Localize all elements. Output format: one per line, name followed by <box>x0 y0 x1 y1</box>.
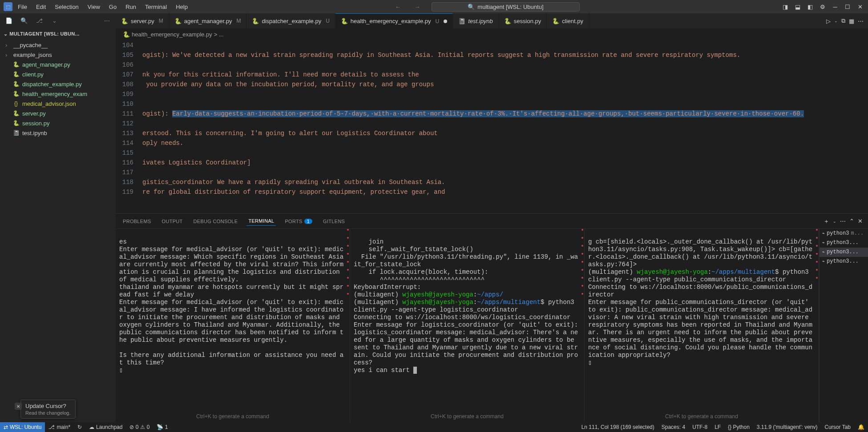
tree-folder[interactable]: ›example_jsons <box>0 50 116 60</box>
menu-view[interactable]: View <box>84 2 104 12</box>
window-maximize-icon[interactable]: ☐ <box>843 2 852 11</box>
tab-server[interactable]: 🐍server.pyM <box>116 13 169 28</box>
terminal-2[interactable]: join self._wait_for_tstate_lock() File "… <box>350 229 585 422</box>
tab-session[interactable]: 🐍session.py <box>499 13 547 28</box>
code-editor[interactable]: 104 105 106 107 108 109 110 111 112 113 … <box>116 40 868 213</box>
new-terminal-icon[interactable]: ＋ <box>824 217 829 225</box>
remote-indicator[interactable]: ⇄WSL: Ubuntu <box>0 422 45 432</box>
split-icon[interactable]: ⧉ <box>841 17 845 24</box>
tab-ports[interactable]: PORTS1 <box>283 217 314 226</box>
git-sync[interactable]: ↻ <box>74 422 85 432</box>
language-mode[interactable]: {} Python <box>724 422 753 432</box>
layout-right-icon[interactable]: ◧ <box>806 2 815 11</box>
chevron-right-icon: › <box>5 52 11 58</box>
cursor-tab[interactable]: Cursor Tab <box>821 422 854 432</box>
cursor-position[interactable]: Ln 111, Col 198 (169 selected) <box>578 422 658 432</box>
search-icon[interactable]: 🔍 <box>19 15 29 26</box>
tab-output[interactable]: OUTPUT <box>160 217 185 226</box>
tree-file[interactable]: 🐍server.py <box>0 108 116 118</box>
python-interpreter[interactable]: 3.11.9 ('multiagent': venv) <box>753 422 821 432</box>
settings-gear-icon[interactable]: ⚙ <box>818 2 827 11</box>
menu-edit[interactable]: Edit <box>32 2 49 12</box>
tab-problems[interactable]: PROBLEMS <box>121 217 153 226</box>
python-icon: 🐍 <box>123 31 130 38</box>
tree-folder[interactable]: ›__pycache__ <box>0 40 116 50</box>
indent-spaces[interactable]: Spaces: 4 <box>658 422 689 432</box>
tab-client[interactable]: 🐍client.py <box>547 13 589 28</box>
layout-left-icon[interactable]: ◨ <box>781 2 790 11</box>
menu-file[interactable]: File <box>14 2 31 12</box>
panel-close-icon[interactable]: ✕ <box>858 218 863 224</box>
terminal-list-item[interactable]: ⌁python3... <box>820 248 868 257</box>
tab-health-emergency[interactable]: 🐍health_emergency_example.pyU <box>335 13 453 28</box>
terminal-1[interactable]: es Enter message for medical_advisor (or… <box>116 229 350 422</box>
notifications-bell-icon[interactable]: 🔔 <box>854 422 868 432</box>
editor-column: 🐍server.pyM 🐍agent_manager.pyM 🐍dispatch… <box>116 13 868 422</box>
json-icon: {} <box>12 100 20 107</box>
terminal-hint: Ctrl+K to generate a command <box>588 411 815 422</box>
python-icon: 🐍 <box>12 91 20 97</box>
tree-file[interactable]: 🐍session.py <box>0 118 116 128</box>
breadcrumb[interactable]: 🐍 health_emergency_example.py > ... <box>116 29 868 40</box>
chevron-down-icon[interactable]: ⌄ <box>49 15 60 26</box>
encoding[interactable]: UTF-8 <box>689 422 711 432</box>
terminal-list-item[interactable]: ⌁python3... <box>820 238 868 248</box>
tab-gitlens[interactable]: GITLENS <box>321 217 347 226</box>
tree-file[interactable]: 📓test.ipynb <box>0 128 116 138</box>
tab-debug-console[interactable]: DEBUG CONSOLE <box>192 217 240 226</box>
chevron-down-icon: ⌄ <box>4 31 8 37</box>
titlebar: ⬚ File Edit Selection View Go Run Termin… <box>0 0 868 13</box>
update-notification[interactable]: ✕ Update Cursor? Read the changelog. <box>20 400 76 419</box>
minimap[interactable] <box>859 40 868 213</box>
panel-more-icon[interactable]: ⋯ <box>840 218 846 224</box>
menu-help[interactable]: Help <box>172 2 191 12</box>
nav-back-icon[interactable]: ← <box>392 1 403 12</box>
nav-forward-icon[interactable]: → <box>412 1 423 12</box>
panel-tabs: PROBLEMS OUTPUT DEBUG CONSOLE TERMINAL P… <box>116 214 868 229</box>
ellipsis-icon[interactable]: ⋯ <box>101 15 112 26</box>
run-icon[interactable]: ▷ <box>826 18 831 24</box>
tab-agent-manager[interactable]: 🐍agent_manager.pyM <box>169 13 247 28</box>
statusbar: ⇄WSL: Ubuntu ⎇main* ↻ ☁Launchpad ⊘ 0 ⚠ 0… <box>0 422 868 432</box>
menu-go[interactable]: Go <box>105 2 120 12</box>
menu-run[interactable]: Run <box>122 2 140 12</box>
git-branch[interactable]: ⎇main* <box>45 422 74 432</box>
ai-icon[interactable]: ▦ <box>849 18 854 24</box>
tab-test[interactable]: 📓test.ipynb <box>453 13 499 28</box>
tree-file[interactable]: 🐍agent_manager.py <box>0 60 116 69</box>
menu-selection[interactable]: Selection <box>51 2 82 12</box>
launchpad[interactable]: ☁Launchpad <box>85 422 126 432</box>
sidebar: 📄 🔍 ⎇ ⌄ ⋯ ⌄ MULTIAGENT [WSL: UBUN... ›__… <box>0 13 116 422</box>
terminal-icon: ⌁ <box>822 230 825 237</box>
terminal-3[interactable]: g cb=[shield.<locals>._outer_done_callba… <box>585 229 819 422</box>
tab-dispatcher[interactable]: 🐍dispatcher_example.pyU <box>246 13 335 28</box>
more-icon[interactable]: ⋯ <box>858 18 864 24</box>
search-icon: 🔍 <box>468 4 475 10</box>
sidebar-header[interactable]: ⌄ MULTIAGENT [WSL: UBUN... <box>0 28 116 40</box>
new-file-icon[interactable]: 📄 <box>4 15 14 26</box>
command-center[interactable]: 🔍 multiagent [WSL: Ubuntu] <box>432 2 579 12</box>
problems-count[interactable]: ⊘ 0 ⚠ 0 <box>126 422 153 432</box>
terminal-list-item[interactable]: ⌁python3 m... <box>820 229 868 238</box>
layout-bottom-icon[interactable]: ⬓ <box>793 2 802 11</box>
terminal-list-item[interactable]: ⌁python3... <box>820 257 868 266</box>
window-close-icon[interactable]: ✕ <box>856 2 864 11</box>
sync-icon: ↻ <box>77 424 82 430</box>
tree-file[interactable]: 🐍dispatcher_example.py <box>0 79 116 89</box>
ports-count[interactable]: 📡 1 <box>153 422 171 432</box>
terminal-list: ⌁python3 m... ⌁python3... ⌁python3... ⌁p… <box>819 229 868 422</box>
remote-icon: ⇄ <box>4 424 8 430</box>
window-minimize-icon[interactable]: ─ <box>831 2 840 11</box>
tree-file[interactable]: 🐍health_emergency_exam <box>0 89 116 99</box>
tree-file[interactable]: {}medical_advisor.json <box>0 99 116 108</box>
branch-icon[interactable]: ⎇ <box>34 15 44 26</box>
eol[interactable]: LF <box>711 422 724 432</box>
tab-terminal[interactable]: TERMINAL <box>246 216 276 226</box>
tree-file[interactable]: 🐍client.py <box>0 69 116 79</box>
cloud-icon: ☁ <box>89 424 94 430</box>
menu-terminal[interactable]: Terminal <box>141 2 170 12</box>
close-icon[interactable]: ✕ <box>15 403 22 410</box>
panel-maximize-icon[interactable]: ⌃ <box>849 218 854 224</box>
code-content[interactable]: ogist): We've detected a new viral strai… <box>142 40 859 213</box>
python-icon: 🐍 <box>12 110 20 116</box>
